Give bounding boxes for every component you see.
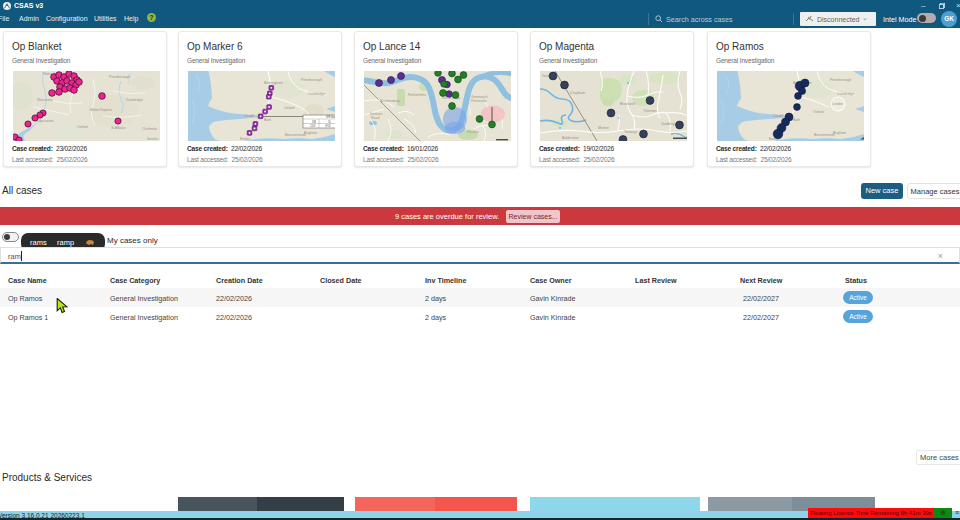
svg-text:Southe: Southe <box>147 137 158 141</box>
svg-text:JF32: JF32 <box>325 124 331 128</box>
svg-text:Morton: Morton <box>598 126 609 130</box>
svg-text:Bath: Bath <box>264 118 271 122</box>
svg-text:Cambridge: Cambridge <box>126 98 143 102</box>
svg-text:SL: SL <box>328 120 332 124</box>
svg-text:Cardiff: Cardiff <box>244 114 254 118</box>
svg-text:Cambridge: Cambridge <box>837 92 854 96</box>
svg-text:Oxford: Oxford <box>813 110 824 114</box>
svg-text:Peterborough: Peterborough <box>830 78 851 82</box>
svg-text:Milton Keynes: Milton Keynes <box>90 108 112 112</box>
svg-text:Exeter: Exeter <box>240 137 251 141</box>
svg-text:WR kbd: WR kbd <box>326 115 335 119</box>
svg-text:Rotherhithe: Rotherhithe <box>408 93 426 97</box>
svg-text:Cardiff: Cardiff <box>773 114 783 118</box>
svg-text:Worcester: Worcester <box>37 98 54 102</box>
svg-text:Balderston: Balderston <box>562 136 579 140</box>
svg-text:Gloucester: Gloucester <box>37 119 55 123</box>
svg-text:Oxford: Oxford <box>77 125 88 129</box>
svg-text:Peterborough: Peterborough <box>301 78 322 82</box>
svg-text:Tantarys: Tantarys <box>624 130 637 134</box>
svg-text:Peterborough: Peterborough <box>109 75 130 79</box>
svg-text:Chapham: Chapham <box>570 91 585 95</box>
svg-text:Bournemouth: Bournemouth <box>814 133 835 137</box>
svg-text:Bournemouth: Bournemouth <box>285 133 306 137</box>
svg-text:Cambridge: Cambridge <box>308 92 325 96</box>
svg-text:Brockwell: Brockwell <box>620 102 635 106</box>
svg-text:Brighton: Brighton <box>304 131 317 135</box>
svg-text:Road: Road <box>371 116 379 120</box>
svg-text:St Albans: St Albans <box>111 126 126 130</box>
svg-text:Brighton: Brighton <box>833 131 846 135</box>
svg-text:Birmingham: Birmingham <box>264 81 283 85</box>
svg-text:Peckha: Peckha <box>467 130 479 134</box>
svg-text:Thornton: Thornton <box>643 109 657 113</box>
svg-text:Peninsula: Peninsula <box>471 99 486 103</box>
svg-text:Bath: Bath <box>793 118 800 122</box>
svg-text:SM: SM <box>312 120 316 124</box>
svg-text:Oxford: Oxford <box>284 106 295 110</box>
svg-text:London: London <box>832 102 843 106</box>
svg-text:Chelmsfo: Chelmsfo <box>142 127 157 131</box>
svg-text:Bermondsey: Bermondsey <box>380 99 400 103</box>
svg-text:CD8: CD8 <box>310 124 316 128</box>
